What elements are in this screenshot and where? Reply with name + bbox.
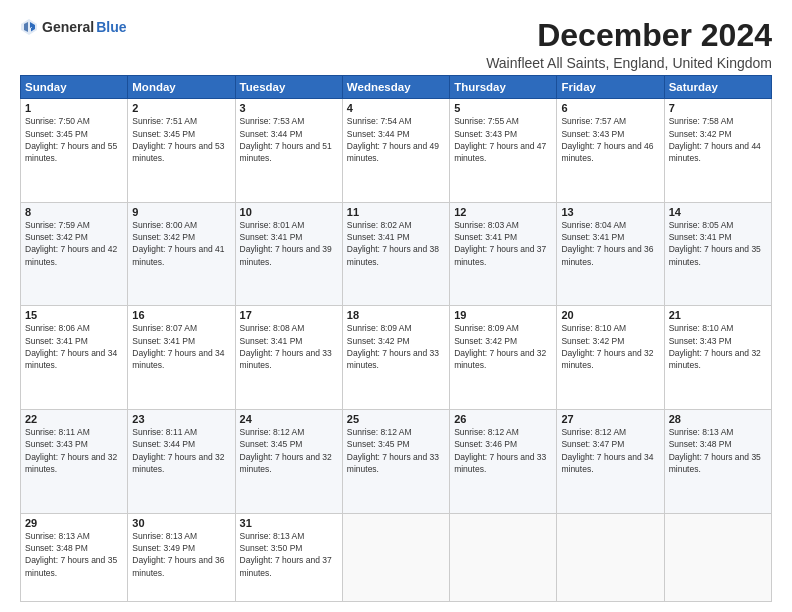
header-row: Sunday Monday Tuesday Wednesday Thursday… xyxy=(21,76,772,99)
day-info: Sunrise: 8:04 AM Sunset: 3:41 PM Dayligh… xyxy=(561,219,659,268)
day-number: 18 xyxy=(347,309,445,321)
day-info: Sunrise: 8:07 AM Sunset: 3:41 PM Dayligh… xyxy=(132,322,230,371)
day-number: 11 xyxy=(347,206,445,218)
day-info: Sunrise: 7:51 AM Sunset: 3:45 PM Dayligh… xyxy=(132,115,230,164)
day-number: 2 xyxy=(132,102,230,114)
day-number: 7 xyxy=(669,102,767,114)
day-info: Sunrise: 8:02 AM Sunset: 3:41 PM Dayligh… xyxy=(347,219,445,268)
day-info: Sunrise: 8:13 AM Sunset: 3:50 PM Dayligh… xyxy=(240,530,338,579)
day-info: Sunrise: 8:08 AM Sunset: 3:41 PM Dayligh… xyxy=(240,322,338,371)
day-number: 10 xyxy=(240,206,338,218)
day-number: 28 xyxy=(669,413,767,425)
day-number: 21 xyxy=(669,309,767,321)
table-row: 6 Sunrise: 7:57 AM Sunset: 3:43 PM Dayli… xyxy=(557,99,664,203)
day-info: Sunrise: 8:12 AM Sunset: 3:46 PM Dayligh… xyxy=(454,426,552,475)
table-row: 29 Sunrise: 8:13 AM Sunset: 3:48 PM Dayl… xyxy=(21,513,128,601)
table-row: 15 Sunrise: 8:06 AM Sunset: 3:41 PM Dayl… xyxy=(21,306,128,410)
table-row: 9 Sunrise: 8:00 AM Sunset: 3:42 PM Dayli… xyxy=(128,202,235,306)
table-row: 19 Sunrise: 8:09 AM Sunset: 3:42 PM Dayl… xyxy=(450,306,557,410)
day-number: 13 xyxy=(561,206,659,218)
table-row: 8 Sunrise: 7:59 AM Sunset: 3:42 PM Dayli… xyxy=(21,202,128,306)
subtitle: Wainfleet All Saints, England, United Ki… xyxy=(486,55,772,71)
table-row xyxy=(557,513,664,601)
table-row: 21 Sunrise: 8:10 AM Sunset: 3:43 PM Dayl… xyxy=(664,306,771,410)
day-number: 23 xyxy=(132,413,230,425)
day-info: Sunrise: 7:55 AM Sunset: 3:43 PM Dayligh… xyxy=(454,115,552,164)
col-tuesday: Tuesday xyxy=(235,76,342,99)
table-row: 20 Sunrise: 8:10 AM Sunset: 3:42 PM Dayl… xyxy=(557,306,664,410)
day-number: 5 xyxy=(454,102,552,114)
day-info: Sunrise: 8:01 AM Sunset: 3:41 PM Dayligh… xyxy=(240,219,338,268)
day-info: Sunrise: 7:57 AM Sunset: 3:43 PM Dayligh… xyxy=(561,115,659,164)
day-info: Sunrise: 7:59 AM Sunset: 3:42 PM Dayligh… xyxy=(25,219,123,268)
day-info: Sunrise: 7:58 AM Sunset: 3:42 PM Dayligh… xyxy=(669,115,767,164)
day-number: 19 xyxy=(454,309,552,321)
day-info: Sunrise: 8:06 AM Sunset: 3:41 PM Dayligh… xyxy=(25,322,123,371)
table-row: 1 Sunrise: 7:50 AM Sunset: 3:45 PM Dayli… xyxy=(21,99,128,203)
logo-icon xyxy=(20,18,38,36)
page: GeneralBlue December 2024 Wainfleet All … xyxy=(0,0,792,612)
day-number: 25 xyxy=(347,413,445,425)
table-row xyxy=(450,513,557,601)
day-number: 17 xyxy=(240,309,338,321)
table-row: 4 Sunrise: 7:54 AM Sunset: 3:44 PM Dayli… xyxy=(342,99,449,203)
calendar-table: Sunday Monday Tuesday Wednesday Thursday… xyxy=(20,75,772,602)
table-row: 16 Sunrise: 8:07 AM Sunset: 3:41 PM Dayl… xyxy=(128,306,235,410)
day-info: Sunrise: 8:03 AM Sunset: 3:41 PM Dayligh… xyxy=(454,219,552,268)
table-row: 7 Sunrise: 7:58 AM Sunset: 3:42 PM Dayli… xyxy=(664,99,771,203)
col-sunday: Sunday xyxy=(21,76,128,99)
table-row: 24 Sunrise: 8:12 AM Sunset: 3:45 PM Dayl… xyxy=(235,409,342,513)
day-info: Sunrise: 7:50 AM Sunset: 3:45 PM Dayligh… xyxy=(25,115,123,164)
table-row: 25 Sunrise: 8:12 AM Sunset: 3:45 PM Dayl… xyxy=(342,409,449,513)
logo: GeneralBlue xyxy=(20,18,126,36)
day-info: Sunrise: 7:53 AM Sunset: 3:44 PM Dayligh… xyxy=(240,115,338,164)
day-number: 8 xyxy=(25,206,123,218)
logo-general-text: General xyxy=(42,19,94,36)
day-number: 3 xyxy=(240,102,338,114)
table-row: 31 Sunrise: 8:13 AM Sunset: 3:50 PM Dayl… xyxy=(235,513,342,601)
day-info: Sunrise: 8:00 AM Sunset: 3:42 PM Dayligh… xyxy=(132,219,230,268)
table-row: 30 Sunrise: 8:13 AM Sunset: 3:49 PM Dayl… xyxy=(128,513,235,601)
table-row: 14 Sunrise: 8:05 AM Sunset: 3:41 PM Dayl… xyxy=(664,202,771,306)
logo-blue-text: Blue xyxy=(96,19,126,36)
table-row xyxy=(664,513,771,601)
title-section: December 2024 Wainfleet All Saints, Engl… xyxy=(486,18,772,71)
day-info: Sunrise: 8:10 AM Sunset: 3:43 PM Dayligh… xyxy=(669,322,767,371)
day-number: 27 xyxy=(561,413,659,425)
table-row: 11 Sunrise: 8:02 AM Sunset: 3:41 PM Dayl… xyxy=(342,202,449,306)
col-monday: Monday xyxy=(128,76,235,99)
day-info: Sunrise: 8:12 AM Sunset: 3:45 PM Dayligh… xyxy=(347,426,445,475)
day-number: 20 xyxy=(561,309,659,321)
day-number: 22 xyxy=(25,413,123,425)
day-number: 9 xyxy=(132,206,230,218)
table-row: 28 Sunrise: 8:13 AM Sunset: 3:48 PM Dayl… xyxy=(664,409,771,513)
table-row: 22 Sunrise: 8:11 AM Sunset: 3:43 PM Dayl… xyxy=(21,409,128,513)
day-number: 26 xyxy=(454,413,552,425)
header: GeneralBlue December 2024 Wainfleet All … xyxy=(20,18,772,71)
day-info: Sunrise: 8:10 AM Sunset: 3:42 PM Dayligh… xyxy=(561,322,659,371)
day-info: Sunrise: 8:12 AM Sunset: 3:47 PM Dayligh… xyxy=(561,426,659,475)
day-info: Sunrise: 8:13 AM Sunset: 3:48 PM Dayligh… xyxy=(25,530,123,579)
main-title: December 2024 xyxy=(486,18,772,53)
day-info: Sunrise: 8:09 AM Sunset: 3:42 PM Dayligh… xyxy=(454,322,552,371)
day-info: Sunrise: 8:11 AM Sunset: 3:44 PM Dayligh… xyxy=(132,426,230,475)
day-number: 4 xyxy=(347,102,445,114)
day-number: 14 xyxy=(669,206,767,218)
table-row: 18 Sunrise: 8:09 AM Sunset: 3:42 PM Dayl… xyxy=(342,306,449,410)
day-info: Sunrise: 7:54 AM Sunset: 3:44 PM Dayligh… xyxy=(347,115,445,164)
day-number: 12 xyxy=(454,206,552,218)
col-saturday: Saturday xyxy=(664,76,771,99)
table-row: 27 Sunrise: 8:12 AM Sunset: 3:47 PM Dayl… xyxy=(557,409,664,513)
col-thursday: Thursday xyxy=(450,76,557,99)
day-info: Sunrise: 8:13 AM Sunset: 3:48 PM Dayligh… xyxy=(669,426,767,475)
table-row: 17 Sunrise: 8:08 AM Sunset: 3:41 PM Dayl… xyxy=(235,306,342,410)
day-number: 30 xyxy=(132,517,230,529)
table-row: 13 Sunrise: 8:04 AM Sunset: 3:41 PM Dayl… xyxy=(557,202,664,306)
day-info: Sunrise: 8:11 AM Sunset: 3:43 PM Dayligh… xyxy=(25,426,123,475)
day-info: Sunrise: 8:09 AM Sunset: 3:42 PM Dayligh… xyxy=(347,322,445,371)
table-row: 5 Sunrise: 7:55 AM Sunset: 3:43 PM Dayli… xyxy=(450,99,557,203)
day-info: Sunrise: 8:13 AM Sunset: 3:49 PM Dayligh… xyxy=(132,530,230,579)
day-number: 1 xyxy=(25,102,123,114)
table-row: 3 Sunrise: 7:53 AM Sunset: 3:44 PM Dayli… xyxy=(235,99,342,203)
table-row: 12 Sunrise: 8:03 AM Sunset: 3:41 PM Dayl… xyxy=(450,202,557,306)
